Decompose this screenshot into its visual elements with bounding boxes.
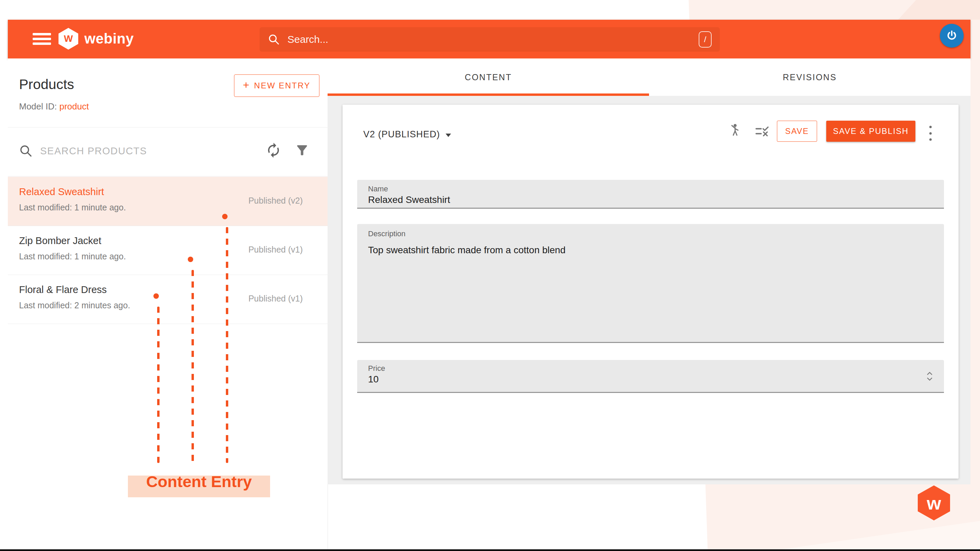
description-field-label: Description	[368, 229, 406, 238]
product-name: Zip Bomber Jacket	[19, 235, 101, 246]
price-field[interactable]: Price	[357, 360, 944, 393]
sidebar-search-row	[8, 127, 328, 176]
active-tab-underline	[328, 94, 649, 96]
chevron-down-icon	[445, 133, 451, 137]
version-dropdown[interactable]: V2 (PUBLISHED)	[363, 129, 451, 140]
tab-bar: CONTENT REVISIONS	[328, 59, 970, 96]
refresh-icon[interactable]	[265, 142, 282, 160]
tab-revisions[interactable]: REVISIONS	[649, 59, 970, 96]
webiny-wordmark: webiny	[84, 30, 134, 47]
webiny-logo[interactable]: W webiny	[59, 28, 134, 50]
product-row-floral-flare-dress[interactable]: Floral & Flare Dress Last modified: 2 mi…	[8, 275, 328, 324]
product-name: Relaxed Sweatshirt	[19, 186, 104, 197]
screenshot-canvas: W webiny / Products + NEW ENTRY	[0, 0, 980, 551]
tab-content[interactable]: CONTENT	[328, 59, 649, 96]
sidebar-search-input[interactable]	[40, 143, 204, 159]
request-review-icon[interactable]	[728, 123, 741, 138]
product-name: Floral & Flare Dress	[19, 284, 107, 295]
product-modified: Last modified: 1 minute ago.	[19, 203, 126, 213]
status-badge: Published (v1)	[219, 294, 303, 303]
name-field-label: Name	[368, 184, 388, 194]
annotation-dotted-line	[191, 270, 194, 463]
annotation-dotted-line	[157, 306, 159, 463]
annotation-marker	[153, 293, 159, 299]
global-search-bar[interactable]: /	[259, 27, 720, 52]
description-field-input[interactable]: Top sweatshirt fabric made from a cotton…	[368, 244, 912, 335]
save-and-publish-button[interactable]: SAVE & PUBLISH	[826, 121, 915, 142]
webiny-logo-initial: W	[64, 33, 73, 44]
hamburger-menu-icon[interactable]	[33, 33, 51, 45]
power-icon	[945, 29, 959, 43]
annotation-marker	[188, 257, 193, 262]
product-modified: Last modified: 2 minutes ago.	[19, 300, 130, 310]
number-stepper-icon[interactable]	[925, 371, 934, 383]
global-search-input[interactable]	[288, 33, 699, 45]
annotation-label: Content Entry	[128, 472, 270, 491]
model-id: Model ID: product	[19, 101, 89, 112]
webiny-logo-hexagon: W	[59, 28, 78, 50]
validation-checklist-icon[interactable]	[755, 125, 770, 137]
product-modified: Last modified: 1 minute ago.	[19, 251, 126, 261]
description-field[interactable]: Description Top sweatshirt fabric made f…	[357, 224, 944, 343]
status-badge: Published (v1)	[219, 245, 303, 255]
annotation-dotted-line	[226, 227, 228, 463]
price-field-label: Price	[368, 364, 385, 373]
more-options-icon[interactable]	[927, 126, 934, 141]
plus-icon: +	[243, 79, 249, 91]
save-button[interactable]: SAVE	[777, 121, 817, 142]
app-header: W webiny /	[8, 20, 970, 59]
annotation-highlight: Content Entry	[128, 476, 270, 497]
divider	[8, 176, 328, 176]
model-id-link[interactable]: product	[59, 101, 89, 111]
search-icon	[19, 144, 33, 158]
price-field-input[interactable]	[368, 373, 892, 386]
page-title: Products	[19, 76, 74, 92]
user-avatar[interactable]	[940, 24, 964, 48]
name-field-input[interactable]	[368, 194, 912, 206]
search-icon	[268, 33, 280, 46]
content-entry-card: V2 (PUBLISHED) SAVE SAVE & PUBLISH	[342, 105, 959, 479]
divider	[8, 324, 328, 324]
video-progress-bar	[0, 549, 980, 551]
product-row-relaxed-sweatshirt[interactable]: Relaxed Sweatshirt Last modified: 1 minu…	[8, 177, 328, 226]
slash-shortcut-badge: /	[699, 31, 712, 48]
status-badge: Published (v2)	[219, 196, 303, 206]
annotation-marker	[222, 214, 228, 219]
name-field[interactable]: Name	[357, 180, 944, 209]
product-row-zip-bomber-jacket[interactable]: Zip Bomber Jacket Last modified: 1 minut…	[8, 226, 328, 275]
filter-icon[interactable]	[294, 143, 310, 159]
new-entry-button[interactable]: + NEW ENTRY	[234, 75, 320, 97]
